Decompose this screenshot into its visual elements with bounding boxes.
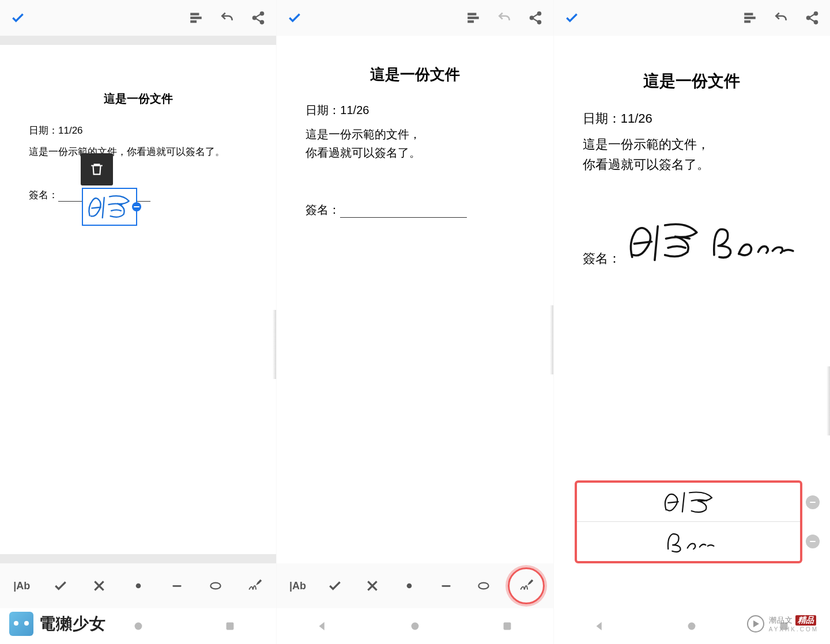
share-icon[interactable] — [805, 10, 820, 25]
confirm-check-icon[interactable] — [287, 10, 302, 25]
divider-strip — [0, 36, 276, 45]
recent-nav-icon[interactable] — [224, 620, 236, 632]
dot-tool[interactable] — [126, 573, 151, 598]
signature-row: 簽名： — [305, 202, 524, 218]
svg-rect-23 — [744, 17, 756, 19]
svg-point-8 — [211, 583, 221, 589]
sign-label: 簽名： — [305, 202, 340, 218]
svg-rect-24 — [744, 20, 750, 22]
date-line: 日期：11/26 — [305, 101, 524, 119]
confirm-check-icon[interactable] — [10, 10, 25, 25]
scrollbar-hint — [273, 310, 276, 379]
panel-layout-icon[interactable] — [742, 10, 757, 25]
svg-point-6 — [135, 584, 141, 589]
bottom-divider — [0, 554, 276, 563]
doc-title: 這是一份文件 — [583, 70, 801, 92]
undo-icon[interactable] — [220, 10, 235, 25]
svg-rect-13 — [467, 20, 474, 22]
date-line: 日期：11/26 — [29, 123, 247, 138]
dot-tool[interactable] — [397, 573, 422, 598]
top-toolbar — [0, 0, 276, 36]
checkmark-tool[interactable] — [322, 573, 348, 598]
signature-line[interactable] — [340, 204, 467, 218]
svg-rect-0 — [191, 13, 199, 15]
doc-title: 這是一份文件 — [29, 91, 247, 107]
watermark-brand-right: 潮品文 精品 AYXHK.COM — [747, 615, 818, 632]
cross-tool[interactable] — [360, 573, 385, 598]
sign-label: 簽名： — [583, 250, 621, 267]
brand2-tag: 精品 — [795, 615, 816, 626]
delete-signature-button[interactable] — [81, 153, 113, 185]
svg-rect-7 — [172, 585, 181, 587]
recent-nav-icon[interactable] — [501, 620, 514, 632]
svg-rect-21 — [503, 623, 511, 630]
watermark-brand-left: 電獺少女 — [9, 612, 106, 636]
body-line: 這是一份示範的文件，你看過就可以簽名了。 — [305, 125, 524, 162]
signature-row: 簽名： — [29, 188, 247, 202]
svg-point-20 — [412, 623, 419, 630]
svg-rect-11 — [467, 13, 476, 15]
oval-tool[interactable] — [471, 573, 496, 598]
top-toolbar — [277, 0, 553, 36]
date-value: 11/26 — [58, 125, 83, 136]
home-nav-icon[interactable] — [685, 620, 698, 632]
back-nav-icon[interactable] — [316, 620, 329, 632]
svg-rect-2 — [191, 20, 197, 22]
date-value: 11/26 — [621, 111, 652, 126]
brand-text: 電獺少女 — [39, 613, 106, 635]
undo-icon[interactable] — [774, 10, 788, 25]
oval-tool[interactable] — [203, 573, 228, 598]
panel-layout-icon[interactable] — [188, 10, 203, 25]
back-nav-icon[interactable] — [594, 620, 606, 632]
remove-signature-icon[interactable] — [806, 495, 820, 509]
date-label: 日期： — [305, 104, 340, 116]
scrollbar-hint — [827, 366, 830, 435]
signature-option[interactable] — [577, 522, 800, 561]
date-label: 日期： — [583, 111, 621, 126]
text-tool[interactable]: |Ab — [285, 573, 311, 598]
panel-layout-icon[interactable] — [466, 10, 481, 25]
svg-point-28 — [688, 623, 696, 630]
home-nav-icon[interactable] — [132, 620, 145, 632]
signature-image — [622, 221, 796, 267]
resize-handle-icon[interactable] — [132, 202, 141, 211]
scrollbar-hint — [550, 305, 553, 374]
home-nav-icon[interactable] — [409, 620, 421, 632]
signature-tool[interactable] — [508, 567, 545, 604]
remove-signature-icon[interactable] — [806, 535, 820, 548]
share-icon[interactable] — [251, 10, 266, 25]
date-label: 日期： — [29, 125, 58, 136]
signature-picker-popup — [575, 480, 802, 563]
cross-tool[interactable] — [86, 573, 112, 598]
dash-tool[interactable] — [164, 573, 190, 598]
signature-option[interactable] — [577, 483, 800, 522]
brand-mascot-icon — [9, 612, 33, 636]
dash-tool[interactable] — [433, 573, 459, 598]
svg-rect-12 — [467, 17, 479, 19]
signature-tool[interactable] — [242, 573, 267, 598]
svg-rect-1 — [191, 17, 202, 19]
signature-row: 簽名： — [583, 221, 801, 267]
body-line: 這是一份示範的文件，你看過就可以簽名了。 — [583, 134, 801, 175]
signature-selection-box[interactable] — [82, 188, 137, 226]
svg-rect-10 — [227, 623, 234, 630]
body-line: 這是一份示範的文件，你看過就可以簽名了。 — [29, 144, 247, 160]
text-tool[interactable]: |Ab — [9, 573, 35, 598]
svg-rect-22 — [744, 13, 753, 15]
edit-toolbar: |Ab — [277, 563, 553, 608]
edit-toolbar: |Ab — [0, 563, 276, 608]
confirm-check-icon[interactable] — [564, 10, 579, 25]
checkmark-tool[interactable] — [48, 573, 73, 598]
svg-rect-18 — [442, 585, 451, 587]
svg-point-19 — [478, 583, 488, 589]
top-toolbar — [554, 0, 830, 36]
share-icon[interactable] — [528, 10, 543, 25]
brand2-main: 潮品文 — [769, 615, 793, 626]
date-value: 11/26 — [340, 104, 369, 116]
svg-point-17 — [407, 584, 412, 589]
svg-point-9 — [134, 623, 142, 630]
sign-label: 簽名： — [29, 188, 58, 202]
doc-title: 這是一份文件 — [305, 65, 524, 85]
undo-icon — [497, 10, 512, 25]
document-canvas[interactable]: 這是一份文件 日期：11/26 這是一份示範的文件，你看過就可以簽名了。 簽名： — [277, 36, 553, 644]
